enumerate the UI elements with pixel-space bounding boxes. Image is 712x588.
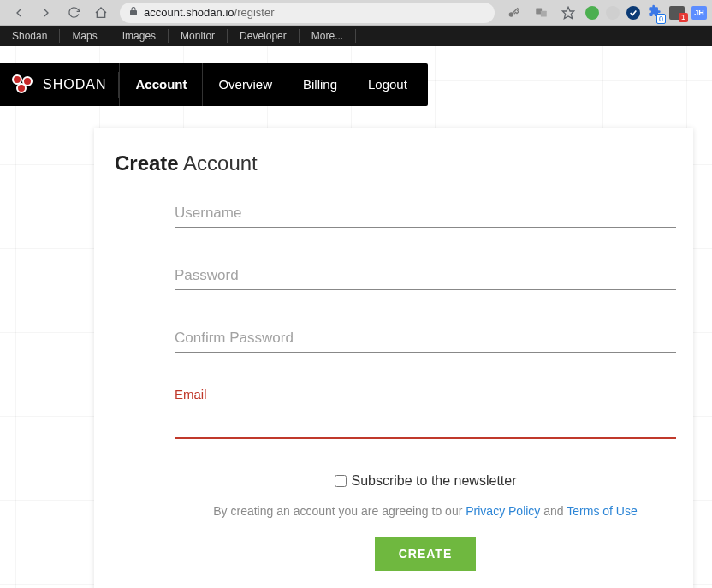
page-body: SHODAN Account Overview Billing Logout C… xyxy=(0,46,712,588)
extension-grey-icon[interactable] xyxy=(606,6,620,20)
forward-icon[interactable] xyxy=(38,4,55,21)
email-field-wrap: Email xyxy=(175,387,676,439)
password-input[interactable] xyxy=(175,262,676,290)
translate-icon[interactable] xyxy=(532,4,549,21)
confirm-password-input[interactable] xyxy=(175,324,676,353)
browser-toolbar: account.shodan.io/register 0 1 JH xyxy=(0,0,712,26)
network-nav-shodan[interactable]: Shodan xyxy=(0,26,59,46)
username-field-wrap xyxy=(175,199,676,228)
agree-text: By creating an account you are agreeing … xyxy=(175,504,676,518)
email-label: Email xyxy=(175,387,676,401)
subscribe-label: Subscribe to the newsletter xyxy=(352,473,517,489)
network-nav-more[interactable]: More... xyxy=(300,26,355,46)
extension-check-icon[interactable] xyxy=(626,6,640,20)
network-nav-maps[interactable]: Maps xyxy=(60,26,109,46)
privacy-policy-link[interactable]: Privacy Policy xyxy=(466,504,540,518)
extension-puzzle-icon[interactable]: 0 xyxy=(647,4,662,21)
network-nav: Shodan Maps Images Monitor Developer Mor… xyxy=(0,26,712,46)
logo[interactable]: SHODAN xyxy=(0,63,118,106)
register-form: Email Subscribe to the newsletter By cre… xyxy=(175,199,676,571)
terms-of-use-link[interactable]: Terms of Use xyxy=(567,504,637,518)
subscribe-checkbox[interactable] xyxy=(335,475,347,487)
key-icon[interactable] xyxy=(505,4,522,21)
nav-billing[interactable]: Billing xyxy=(288,63,353,106)
nav-account[interactable]: Account xyxy=(119,63,203,106)
svg-marker-3 xyxy=(562,7,573,18)
confirm-password-field-wrap xyxy=(175,324,676,353)
card-title: Create Account xyxy=(115,151,673,175)
back-icon[interactable] xyxy=(10,4,27,21)
network-nav-images[interactable]: Images xyxy=(110,26,168,46)
url-path: /register xyxy=(234,6,275,19)
extension-green-icon[interactable] xyxy=(585,6,599,20)
extension-dark-icon[interactable]: 1 xyxy=(669,6,685,20)
logo-icon xyxy=(12,74,36,95)
browser-right-icons: 0 1 JH xyxy=(500,4,707,21)
nav-overview[interactable]: Overview xyxy=(203,63,288,106)
extension-notification-badge: 1 xyxy=(679,13,688,22)
main-nav: SHODAN Account Overview Billing Logout xyxy=(0,63,428,106)
home-icon[interactable] xyxy=(92,4,110,21)
password-field-wrap xyxy=(175,262,676,290)
subscribe-row: Subscribe to the newsletter xyxy=(175,473,676,489)
profile-badge[interactable]: JH xyxy=(691,6,707,20)
extension-count-badge: 0 xyxy=(656,14,666,24)
svg-rect-2 xyxy=(540,11,546,17)
email-input-line[interactable] xyxy=(175,405,676,439)
username-input[interactable] xyxy=(175,199,676,228)
url-host: account.shodan.io xyxy=(144,6,234,19)
logo-text: SHODAN xyxy=(43,77,106,92)
star-icon[interactable] xyxy=(560,4,577,21)
reload-icon[interactable] xyxy=(65,4,82,21)
network-nav-developer[interactable]: Developer xyxy=(228,26,299,46)
network-nav-monitor[interactable]: Monitor xyxy=(169,26,227,46)
address-bar[interactable]: account.shodan.io/register xyxy=(120,3,495,23)
nav-logout[interactable]: Logout xyxy=(353,63,423,106)
lock-icon xyxy=(128,6,139,19)
register-card: Create Account Email Subscribe to the ne… xyxy=(94,128,693,588)
create-button[interactable]: CREATE xyxy=(375,537,477,571)
